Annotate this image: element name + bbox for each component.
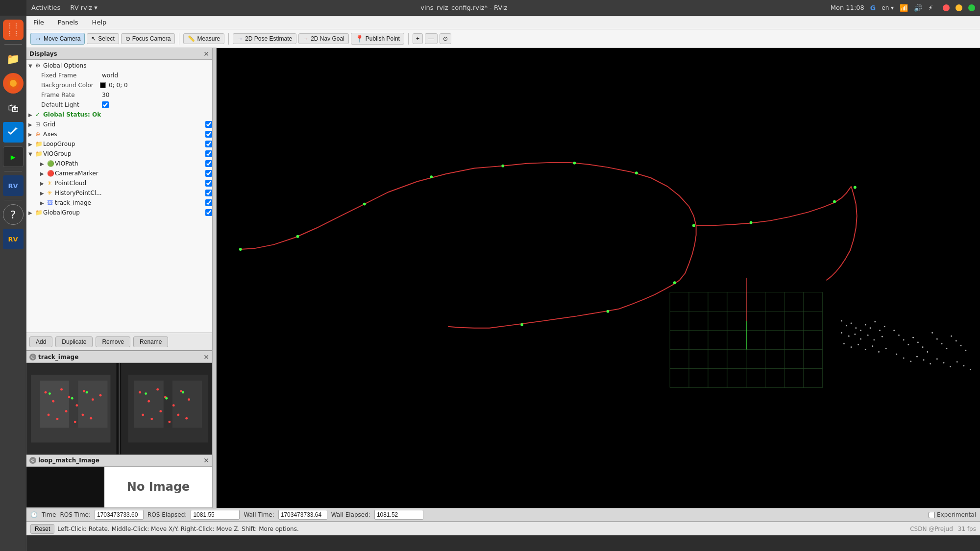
publish-point-icon: 📍	[355, 35, 364, 43]
loop-match-left	[26, 467, 104, 507]
move-camera-btn[interactable]: ↔ Move Camera	[30, 33, 85, 45]
sub-panels: ⊙ track_image ✕	[26, 351, 212, 508]
globalgroup-checkbox[interactable]	[205, 209, 212, 216]
lang-indicator: en ▾	[882, 4, 894, 11]
activities-text[interactable]: Activities	[31, 4, 60, 11]
activities-button[interactable]: ⋮⋮⋮⋮	[3, 20, 24, 40]
default-light-checkbox[interactable]	[102, 101, 109, 108]
viopath-checkbox[interactable]	[205, 160, 212, 167]
add-btn[interactable]: Add	[29, 336, 52, 347]
pose-estimate-btn[interactable]: → 2D Pose Estimate	[233, 33, 296, 44]
axes-item[interactable]: ▶ ⊕ Axes	[26, 129, 212, 139]
select-btn[interactable]: ↖ Select	[87, 33, 119, 44]
cameramarker-item[interactable]: ▶ 🔴 CameraMarker	[26, 168, 212, 178]
svg-point-68	[865, 324, 866, 325]
window-min-btn[interactable]	[956, 4, 962, 11]
loopgroup-icon: 📁	[35, 141, 43, 147]
default-light-item[interactable]: Default Light	[26, 100, 212, 110]
pointcloud-item[interactable]: ▶ ✳ PointCloud	[26, 178, 212, 188]
green-dot-14	[854, 186, 857, 189]
global-status-item[interactable]: ▶ ✓ Global Status: Ok	[26, 110, 212, 120]
svg-point-112	[956, 361, 958, 362]
track-image-icon: 🖼	[47, 199, 55, 206]
viogroup-checkbox[interactable]	[205, 150, 212, 157]
loopgroup-item[interactable]: ▶ 📁 LoopGroup	[26, 139, 212, 149]
rviz-icon[interactable]: RV	[3, 175, 24, 196]
zoom-in-btn[interactable]: +	[413, 33, 423, 44]
firefox-icon[interactable]	[3, 73, 24, 94]
nav-goal-icon: →	[303, 35, 309, 42]
left-panel: Displays ✕ ▼ ⚙ Global Options Fixed Fram…	[26, 48, 213, 508]
menu-panels[interactable]: Panels	[55, 18, 81, 27]
green-dot-3	[363, 203, 366, 206]
loop-match-close-btn[interactable]: ✕	[203, 456, 209, 464]
window-max-btn[interactable]	[968, 4, 975, 11]
grid-checkbox[interactable]	[205, 121, 212, 128]
svg-point-71	[879, 330, 881, 331]
track-image-close-btn[interactable]: ✕	[203, 353, 209, 361]
rviz2-icon[interactable]: RV	[3, 229, 24, 249]
rviz-menu-text[interactable]: RV rviz ▾	[70, 4, 97, 11]
cameramarker-label: CameraMarker	[55, 170, 203, 177]
track-image-checkbox[interactable]	[205, 199, 212, 206]
fixed-frame-item[interactable]: Fixed Frame world	[26, 71, 212, 80]
help-icon[interactable]: ?	[3, 204, 24, 225]
displays-close-btn[interactable]: ✕	[203, 50, 209, 58]
svg-point-15	[48, 414, 50, 416]
svg-point-39	[177, 414, 179, 416]
zoom-level-btn[interactable]: —	[425, 33, 438, 44]
displays-tree[interactable]: ▼ ⚙ Global Options Fixed Frame world Bac…	[26, 60, 212, 333]
green-dot-12	[750, 221, 753, 224]
resize-handle[interactable]	[213, 48, 217, 508]
globalgroup-item[interactable]: ▶ 📁 GlobalGroup	[26, 208, 212, 217]
experimental-checkbox[interactable]	[929, 512, 935, 518]
track-image-header: ⊙ track_image ✕	[26, 351, 212, 363]
svg-point-70	[874, 321, 876, 323]
files-icon[interactable]: 📁	[3, 48, 24, 69]
svg-point-79	[882, 336, 883, 337]
focus-camera-btn[interactable]: ⊙ Focus Camera	[121, 33, 175, 44]
ros-time-input[interactable]	[95, 510, 144, 520]
remove-btn[interactable]: Remove	[96, 336, 130, 347]
publish-point-btn[interactable]: 📍 Publish Point	[351, 33, 404, 45]
zoom-out-btn[interactable]: ⊙	[440, 33, 451, 44]
measure-btn[interactable]: 📏 Measure	[183, 33, 224, 44]
wall-elapsed-input[interactable]	[374, 510, 423, 520]
viopath-item[interactable]: ▶ 🟢 VIOPath	[26, 159, 212, 168]
window-close-btn[interactable]	[943, 4, 950, 11]
3d-viewport[interactable]	[217, 48, 980, 508]
wall-time-input[interactable]	[278, 510, 327, 520]
svg-point-35	[142, 414, 144, 416]
pointcloud-icon: ✳	[47, 180, 55, 187]
axes-checkbox[interactable]	[205, 131, 212, 138]
vscode-icon[interactable]	[3, 122, 24, 143]
duplicate-btn[interactable]: Duplicate	[55, 336, 93, 347]
reset-btn[interactable]: Reset	[30, 524, 54, 534]
viogroup-item[interactable]: ▼ 📁 VIOGroup	[26, 149, 212, 159]
pointcloud-checkbox[interactable]	[205, 180, 212, 187]
grid-item[interactable]: ▶ ⊞ Grid	[26, 120, 212, 129]
svg-point-1	[10, 80, 17, 87]
loopgroup-checkbox[interactable]	[205, 141, 212, 147]
svg-point-93	[922, 346, 924, 348]
global-options-item[interactable]: ▼ ⚙ Global Options	[26, 61, 212, 71]
globalgroup-label: GlobalGroup	[43, 209, 203, 216]
global-options-icon: ⚙	[35, 62, 43, 69]
viogroup-label: VIOGroup	[43, 150, 203, 157]
nav-goal-btn[interactable]: → 2D Nav Goal	[298, 33, 349, 44]
bg-color-item[interactable]: Background Color 0; 0; 0	[26, 80, 212, 90]
historypointcloud-item[interactable]: ▶ ✳ HistoryPointCl...	[26, 188, 212, 198]
default-light-key: Default Light	[41, 101, 100, 108]
svg-point-37	[159, 410, 162, 412]
frame-rate-item[interactable]: Frame Rate 30	[26, 90, 212, 100]
software-icon[interactable]: 🛍	[3, 97, 24, 118]
track-image-item[interactable]: ▶ 🖼 track_image	[26, 198, 212, 208]
menu-help[interactable]: Help	[89, 18, 110, 27]
menu-file[interactable]: File	[30, 18, 47, 27]
ros-elapsed-input[interactable]	[191, 510, 240, 520]
cameramarker-checkbox[interactable]	[205, 170, 212, 177]
historypointcloud-checkbox[interactable]	[205, 190, 212, 196]
terminal-icon[interactable]: ▶	[3, 146, 24, 167]
rename-btn[interactable]: Rename	[133, 336, 168, 347]
svg-point-9	[60, 388, 63, 391]
